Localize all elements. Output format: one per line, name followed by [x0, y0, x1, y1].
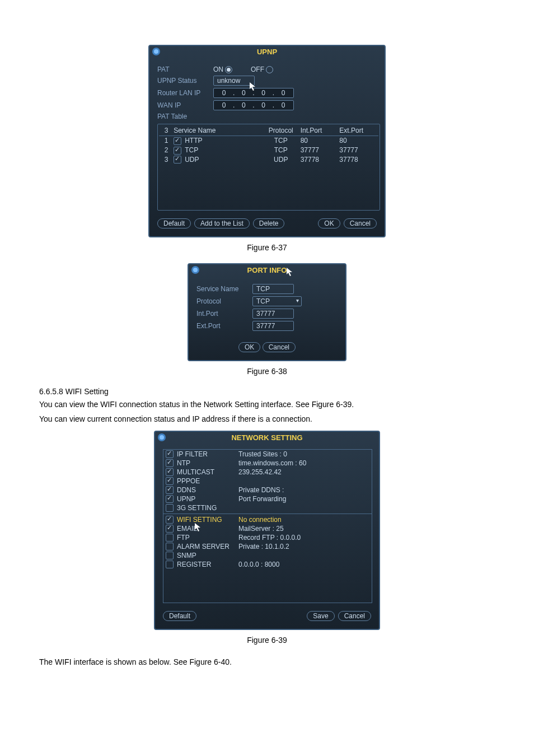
list-item[interactable]: 3G SETTING [163, 503, 372, 512]
cancel-button[interactable]: Cancel [338, 611, 371, 621]
app-icon [152, 47, 161, 56]
table-row[interactable]: 3 UDP UDP 37778 37778 [159, 155, 378, 165]
checkbox[interactable] [166, 534, 174, 542]
upnp-status-label: UPNP Status [157, 77, 213, 85]
app-icon [157, 433, 166, 442]
row-checkbox[interactable] [174, 156, 181, 164]
ext-port-input[interactable]: 37777 [252, 321, 294, 331]
port-info-dialog: PORT INFO Service Name TCP Protocol TCP … [188, 263, 346, 361]
dialog-title: UPNP [149, 46, 385, 58]
service-name-input[interactable]: TCP [252, 284, 294, 294]
ext-port-label: Ext.Port [196, 322, 252, 330]
list-item[interactable]: SNMP [163, 551, 372, 560]
checkbox[interactable] [166, 552, 174, 559]
list-item[interactable]: MULTICAST239.255.42.42 [163, 468, 372, 477]
list-item[interactable]: ALARM SERVERPrivate : 10.1.0.2 [163, 542, 372, 551]
svg-marker-5 [287, 268, 292, 276]
checkbox[interactable] [166, 486, 174, 494]
col-protocol: Protocol [261, 127, 301, 134]
col-ext-port: Ext.Port [339, 127, 378, 134]
list-item[interactable]: IP FILTERTrusted Sites : 0 [163, 450, 372, 459]
network-setting-dialog: NETWORK SETTING IP FILTERTrusted Sites :… [154, 431, 380, 630]
pat-label: PAT [157, 66, 213, 73]
table-row[interactable]: 2 TCP TCP 37777 37777 [159, 146, 378, 155]
list-item[interactable]: EMAIL MailServer : 25 [163, 524, 372, 533]
list-item[interactable]: DDNSPrivate DDNS : [163, 486, 372, 494]
list-item[interactable]: UPNPPort Forwarding [163, 494, 372, 503]
svg-point-1 [154, 49, 158, 54]
router-lan-label: Router LAN IP [157, 89, 213, 97]
checkbox[interactable] [166, 561, 174, 568]
dialog-title: PORT INFO [189, 264, 345, 276]
int-port-input[interactable]: 37777 [252, 309, 294, 319]
cursor-icon [287, 268, 293, 277]
network-list: IP FILTERTrusted Sites : 0 NTPtime.windo… [163, 449, 372, 603]
list-item[interactable]: FTPRecord FTP : 0.0.0.0 [163, 533, 372, 542]
list-item-wifi[interactable]: WIFI SETTING No connection [163, 515, 372, 524]
checkbox[interactable] [166, 525, 174, 533]
router-lan-ip[interactable]: 0. 0. 0. 0 [213, 88, 294, 98]
int-port-label: Int.Port [196, 310, 252, 318]
section-heading: 6.6.5.8 WIFI Setting [39, 387, 495, 396]
list-item[interactable]: PPPOE [163, 477, 372, 486]
wan-ip-label: WAN IP [157, 101, 213, 109]
pat-off-radio[interactable] [266, 66, 273, 73]
checkbox[interactable] [166, 516, 174, 524]
pat-table-label: PAT Table [157, 113, 213, 120]
default-button[interactable]: Default [163, 611, 196, 621]
upnp-dialog: UPNP PAT ON OFF UPNP Status unknow Route… [148, 45, 386, 237]
cancel-button[interactable]: Cancel [344, 218, 377, 228]
checkbox[interactable] [166, 450, 174, 458]
figure-caption: Figure 6-38 [39, 367, 495, 376]
service-name-label: Service Name [196, 285, 252, 293]
figure-caption: Figure 6-37 [39, 243, 495, 252]
table-row[interactable]: 1 HTTP TCP 80 80 [159, 136, 378, 146]
body-text: You can view the WIFI connection status … [39, 398, 495, 412]
ok-button[interactable]: OK [318, 218, 340, 228]
col-idx: 3 [159, 127, 174, 134]
cancel-button[interactable]: Cancel [263, 342, 296, 352]
checkbox[interactable] [166, 477, 174, 485]
default-button[interactable]: Default [157, 218, 191, 228]
upnp-status-value: unknow [213, 76, 255, 86]
body-text: You can view current connection status a… [39, 413, 495, 426]
add-to-list-button[interactable]: Add to the List [194, 218, 250, 228]
svg-point-7 [160, 435, 164, 440]
row-checkbox[interactable] [174, 147, 181, 155]
save-button[interactable]: Save [307, 611, 334, 621]
pat-on-radio[interactable] [225, 66, 232, 73]
protocol-label: Protocol [196, 297, 252, 305]
checkbox[interactable] [166, 459, 174, 467]
off-label: OFF [251, 66, 264, 73]
wan-ip[interactable]: 0. 0. 0. 0 [213, 100, 294, 110]
delete-button[interactable]: Delete [253, 218, 285, 228]
list-item[interactable]: REGISTER0.0.0.0 : 8000 [163, 560, 372, 569]
figure-caption: Figure 6-39 [39, 636, 495, 645]
list-item[interactable]: NTPtime.windows.com : 60 [163, 459, 372, 468]
protocol-select[interactable]: TCP [252, 296, 302, 306]
checkbox[interactable] [166, 543, 174, 550]
col-int-port: Int.Port [301, 127, 340, 134]
row-checkbox[interactable] [174, 137, 181, 145]
checkbox[interactable] [166, 504, 174, 512]
pat-table: 3 Service Name Protocol Int.Port Ext.Por… [157, 124, 380, 211]
ok-button[interactable]: OK [238, 342, 260, 352]
body-text: The WIFI interface is shown as below. Se… [39, 656, 495, 669]
checkbox[interactable] [166, 495, 174, 503]
on-label: ON [213, 66, 223, 73]
checkbox[interactable] [166, 468, 174, 476]
dialog-title: NETWORK SETTING [155, 432, 379, 444]
col-service-name: Service Name [174, 127, 261, 134]
